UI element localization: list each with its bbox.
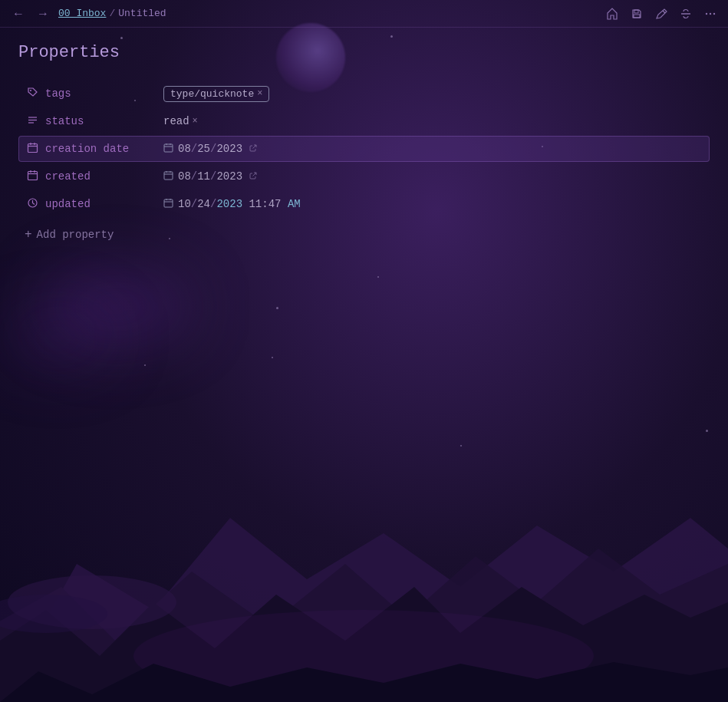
add-property-button[interactable]: + Add property (18, 223, 120, 246)
svg-rect-20 (164, 144, 173, 152)
created-month: 08 (178, 170, 191, 183)
tags-prop-name: tags (45, 87, 71, 100)
updated-time-val: 11:47 (249, 198, 281, 210)
svg-point-11 (713, 12, 715, 14)
tags-value: type/quicknote × (163, 86, 703, 102)
strikethrough-button[interactable] (677, 5, 694, 22)
created-label: created (25, 170, 163, 184)
updated-ampm: AM (288, 198, 301, 210)
svg-point-9 (706, 12, 707, 14)
created-year: 2023 (216, 170, 242, 183)
creation-date-month: 08 (178, 143, 191, 155)
tag-text: type/quicknote (170, 88, 254, 100)
status-remove-button[interactable]: × (193, 116, 198, 127)
creation-date-prop-name: creation date (45, 143, 129, 155)
status-text[interactable]: read × (163, 115, 198, 127)
svg-rect-25 (28, 171, 37, 180)
updated-prop-name: updated (45, 198, 91, 210)
toolbar-left: ← → 00 Inbox / Untitled (9, 5, 166, 22)
add-property-label: Add property (37, 229, 114, 241)
properties-panel: Properties tags type/quicknote × (0, 28, 728, 262)
updated-value: 10/24/2023 11:47 AM (163, 198, 703, 211)
breadcrumb: 00 Inbox / Untitled (58, 8, 166, 19)
created-value: 08/11/2023 (163, 170, 703, 183)
updated-cal-icon (163, 198, 173, 211)
toolbar: ← → 00 Inbox / Untitled (0, 0, 728, 28)
created-icon (25, 170, 39, 184)
created-row[interactable]: created 08/11/2023 (18, 163, 710, 190)
status-icon (25, 114, 39, 129)
created-cal-icon (163, 170, 173, 183)
created-prop-name: created (45, 170, 91, 183)
updated-month: 10 (178, 198, 191, 210)
status-text-val: read (163, 115, 189, 127)
status-label: status (25, 114, 163, 129)
updated-day: 24 (197, 198, 210, 210)
tag-remove-button[interactable]: × (257, 88, 262, 99)
back-button[interactable]: ← (9, 5, 28, 22)
status-prop-name: status (45, 115, 84, 127)
svg-point-10 (710, 12, 711, 14)
created-day: 11 (197, 170, 210, 183)
svg-point-12 (30, 90, 31, 91)
tags-row[interactable]: tags type/quicknote × (18, 81, 710, 107)
svg-rect-16 (28, 143, 37, 152)
svg-rect-7 (634, 10, 638, 13)
toolbar-right (604, 5, 719, 22)
creation-date-icon (25, 142, 39, 157)
tags-label: tags (25, 87, 163, 101)
svg-rect-29 (164, 172, 173, 180)
tag-icon (25, 87, 39, 101)
updated-label: updated (25, 197, 163, 212)
creation-date-value: 08/25/2023 (163, 143, 703, 156)
creation-date-link-icon[interactable] (249, 143, 258, 155)
add-icon: + (25, 228, 32, 242)
updated-icon (25, 197, 39, 212)
creation-date-cal-icon (163, 143, 173, 156)
status-value: read × (163, 115, 703, 127)
created-date-text: 08/11/2023 (178, 170, 242, 183)
updated-year: 2023 (216, 198, 242, 210)
tag-badge[interactable]: type/quicknote × (163, 86, 269, 102)
home-button[interactable] (604, 5, 621, 22)
updated-date-text: 10/24/2023 11:47 AM (178, 198, 301, 210)
created-link-icon[interactable] (249, 171, 258, 183)
updated-row[interactable]: updated 10/24/2023 11:47 AM (18, 191, 710, 217)
creation-date-year: 2023 (216, 143, 242, 155)
creation-date-row[interactable]: creation date 08/25/2023 (18, 136, 710, 162)
edit-button[interactable] (653, 5, 670, 22)
page-title: Properties (18, 43, 710, 62)
svg-rect-35 (164, 199, 173, 207)
creation-date-day: 25 (197, 143, 210, 155)
more-button[interactable] (702, 5, 719, 22)
status-row[interactable]: status read × (18, 108, 710, 134)
forward-button[interactable]: → (34, 5, 52, 22)
svg-line-24 (253, 145, 257, 149)
save-button[interactable] (628, 5, 645, 22)
breadcrumb-parent[interactable]: 00 Inbox (58, 8, 106, 19)
breadcrumb-separator: / (109, 8, 115, 19)
creation-date-label: creation date (25, 142, 163, 157)
svg-line-33 (253, 173, 257, 176)
creation-date-text: 08/25/2023 (178, 143, 242, 155)
breadcrumb-current: Untitled (118, 8, 166, 19)
